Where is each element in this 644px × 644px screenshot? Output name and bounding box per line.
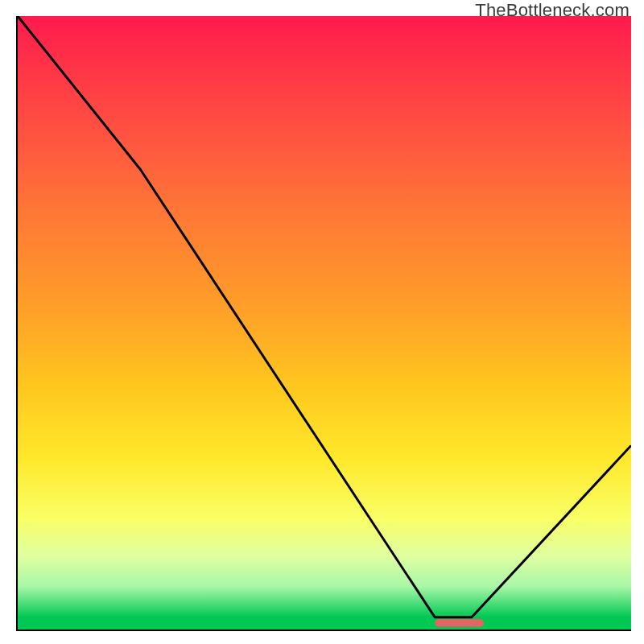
plot-area (16, 16, 631, 631)
curve-svg (18, 16, 631, 630)
bottleneck-curve-path (18, 16, 631, 617)
sweet-spot-marker (435, 619, 484, 627)
bottleneck-chart: TheBottleneck.com (0, 0, 644, 644)
